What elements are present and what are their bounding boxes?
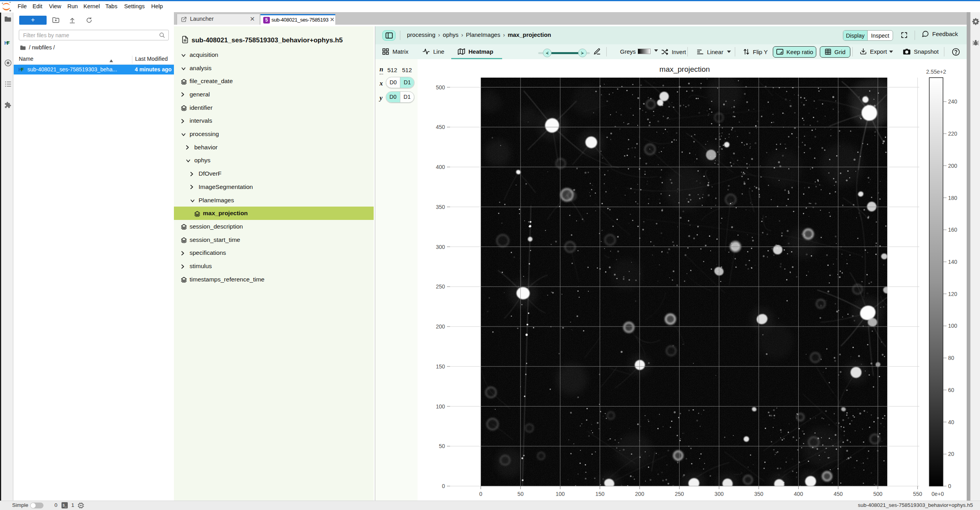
svg-text:150: 150 [436,363,445,370]
svg-text:0: 0 [948,483,951,489]
svg-text:50: 50 [517,491,524,497]
svg-text:500: 500 [873,491,883,497]
svg-text:450: 450 [436,124,445,130]
svg-text:0e+0: 0e+0 [931,491,944,497]
svg-text:0: 0 [479,491,483,497]
svg-text:100: 100 [556,491,565,497]
svg-text:20: 20 [948,451,955,457]
svg-text:220: 220 [948,131,958,137]
svg-text:240: 240 [948,98,958,105]
svg-text:300: 300 [714,491,724,497]
svg-text:200: 200 [948,163,958,169]
svg-text:300: 300 [436,244,445,250]
svg-text:350: 350 [436,204,445,210]
svg-text:400: 400 [436,164,445,170]
svg-text:550: 550 [913,491,922,497]
svg-text:400: 400 [794,491,803,497]
svg-text:100: 100 [948,323,958,329]
svg-text:500: 500 [436,84,445,91]
svg-text:160: 160 [948,227,958,233]
svg-text:350: 350 [754,491,763,497]
svg-text:2.55e+2: 2.55e+2 [926,69,946,75]
svg-text:250: 250 [675,491,684,497]
svg-text:50: 50 [439,443,445,449]
svg-text:120: 120 [948,291,958,297]
svg-text:180: 180 [948,195,958,201]
svg-text:max_projection: max_projection [660,65,710,74]
svg-text:200: 200 [635,491,644,497]
svg-text:40: 40 [948,419,955,425]
svg-text:60: 60 [948,387,955,393]
svg-text:200: 200 [436,323,445,330]
svg-text:100: 100 [436,403,445,410]
svg-text:450: 450 [834,491,843,497]
svg-text:0: 0 [442,483,445,489]
svg-text:140: 140 [948,259,958,265]
svg-text:150: 150 [595,491,605,497]
svg-text:250: 250 [436,283,445,290]
svg-text:80: 80 [948,355,955,361]
